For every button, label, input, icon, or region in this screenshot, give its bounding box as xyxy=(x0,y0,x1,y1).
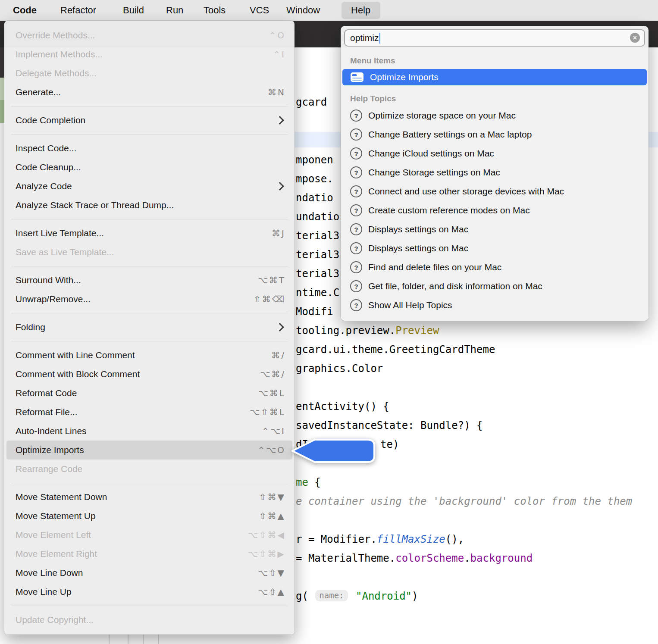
menu-item-shortcut: ⇧⌘▲ xyxy=(259,511,285,521)
menu-item-reformat-file[interactable]: Reformat File...⌥⇧⌘L xyxy=(6,403,292,422)
menu-item-reformat-code[interactable]: Reformat Code⌥⌘L xyxy=(6,384,292,403)
menu-item-shortcut: ⌃⌥I xyxy=(262,426,285,436)
help-topic-row-show-all[interactable]: ?Show All Help Topics xyxy=(341,296,649,315)
help-topic-label: Displays settings on Mac xyxy=(368,224,468,234)
menu-item-comment-block[interactable]: Comment with Block Comment⌥⌘/ xyxy=(6,365,292,384)
menu-item-inspect-code[interactable]: Inspect Code... xyxy=(6,139,292,158)
help-circle-icon: ? xyxy=(350,128,362,141)
menu-item-label: Move Statement Down xyxy=(16,492,259,502)
menu-item-label: Move Statement Up xyxy=(16,511,259,521)
menubar-item-tools[interactable]: Tools xyxy=(204,0,226,21)
menu-item-shortcut: ⇧⌘⌫ xyxy=(254,294,285,304)
menu-separator xyxy=(11,606,288,606)
menu-separator xyxy=(11,106,288,106)
help-circle-icon: ? xyxy=(350,109,362,122)
menu-item-label: Generate... xyxy=(16,87,268,97)
code-line: gcard xyxy=(296,96,327,109)
menu-item-shortcut: ⌘/ xyxy=(271,350,285,360)
clear-search-button[interactable]: × xyxy=(630,33,640,43)
help-topic-label: Displays settings on Mac xyxy=(368,243,468,253)
menubar-item-window[interactable]: Window xyxy=(286,0,320,21)
code-line: r = Modifier.fillMaxSize(), xyxy=(296,533,464,546)
help-topic-row[interactable]: ?Find and delete files on your Mac xyxy=(341,258,649,277)
menubar-item-code[interactable]: Code xyxy=(13,0,37,21)
menu-item-move-line-down[interactable]: Move Line Down⌥⇧▼ xyxy=(6,563,292,582)
help-topic-row[interactable]: ?Displays settings on Mac xyxy=(341,239,649,258)
help-topic-row[interactable]: ?Get file, folder, and disk information … xyxy=(341,277,649,296)
callout-arrow xyxy=(289,436,379,466)
menu-item-delegate-methods: Delegate Methods... xyxy=(6,64,292,83)
menubar-item-vcs[interactable]: VCS xyxy=(250,0,269,21)
menu-items-header: Menu Items xyxy=(341,56,649,66)
code-line: te) xyxy=(380,438,399,451)
help-circle-icon: ? xyxy=(350,299,362,311)
code-line: undatio xyxy=(296,210,339,223)
menu-item-shortcut: ⌥⇧▼ xyxy=(258,568,285,578)
code-line: gcard.ui.theme.GreetingCardTheme xyxy=(296,343,495,356)
help-topic-row[interactable]: ?Change iCloud settings on Mac xyxy=(341,144,649,163)
help-result-optimize-imports[interactable]: Optimize Imports xyxy=(342,69,647,85)
menu-item-move-line-up[interactable]: Move Line Up⌥⇧▲ xyxy=(6,582,292,601)
menu-item-surround-with[interactable]: Surround With...⌥⌘T xyxy=(6,271,292,290)
menu-item-generate[interactable]: Generate...⌘N xyxy=(6,83,292,102)
code-line: ntime.C xyxy=(296,286,339,299)
help-topics-header: Help Topics xyxy=(341,94,649,103)
menubar-item-refactor[interactable]: Refactor xyxy=(60,0,96,21)
help-topic-row[interactable]: ?Change Storage settings on Mac xyxy=(341,163,649,182)
editor-left-edge xyxy=(0,47,4,78)
code-line: tooling.preview.Preview xyxy=(296,324,439,337)
menu-item-shortcut: ⌥⌘L xyxy=(258,388,285,398)
help-topic-label: Change iCloud settings on Mac xyxy=(368,148,494,159)
editor-gutter-line xyxy=(158,635,159,644)
menu-item-label: Reformat Code xyxy=(16,388,258,398)
menu-item-label: Inspect Code... xyxy=(16,143,285,153)
code-line: g( name: "Android") xyxy=(296,590,418,603)
menu-item-label: Move Element Right xyxy=(16,549,248,559)
menu-item-unwrap-remove[interactable]: Unwrap/Remove...⇧⌘⌫ xyxy=(6,290,292,309)
submenu-chevron-icon xyxy=(276,116,284,125)
menubar-item-help[interactable]: Help xyxy=(351,0,370,21)
code-line: mponen xyxy=(296,153,333,166)
menu-item-label: Code Cleanup... xyxy=(16,162,285,172)
help-topic-row[interactable]: ?Displays settings on Mac xyxy=(341,220,649,239)
menu-item-move-statement-up[interactable]: Move Statement Up⇧⌘▲ xyxy=(6,506,292,525)
menu-item-shortcut: ⇧⌘▼ xyxy=(259,492,285,502)
help-circle-icon: ? xyxy=(350,147,362,159)
menu-item-shortcut: ⌃I xyxy=(273,49,285,59)
menu-item-label: Move Line Down xyxy=(16,568,258,578)
menu-item-auto-indent-lines[interactable]: Auto-Indent Lines⌃⌥I xyxy=(6,422,292,441)
menubar-item-build[interactable]: Build xyxy=(123,0,144,21)
code-line: graphics.Color xyxy=(296,362,383,375)
menu-item-code-completion[interactable]: Code Completion xyxy=(6,111,292,130)
menu-separator xyxy=(11,341,288,341)
help-search-input[interactable]: optimiz × xyxy=(344,29,645,47)
menu-item-label: Auto-Indent Lines xyxy=(16,426,262,436)
menu-item-analyze-stack-trace[interactable]: Analyze Stack Trace or Thread Dump... xyxy=(6,196,292,215)
code-line: Modifi xyxy=(296,305,333,318)
help-topic-label: Show All Help Topics xyxy=(368,300,452,310)
help-topic-row[interactable]: ?Create custom reference modes on Mac xyxy=(341,201,649,220)
menu-item-label: Save as Live Template... xyxy=(16,247,285,257)
menu-item-label: Code Completion xyxy=(16,115,277,125)
menu-item-insert-live-template[interactable]: Insert Live Template...⌘J xyxy=(6,224,292,243)
menu-item-shortcut: ⌃⌥O xyxy=(257,445,285,455)
menu-item-label: Optimize Imports xyxy=(16,445,257,455)
help-topic-row[interactable]: ?Connect and use other storage devices w… xyxy=(341,182,649,201)
menu-item-label: Update Copyright... xyxy=(16,615,285,625)
menu-separator xyxy=(11,266,288,266)
help-topic-row[interactable]: ?Change Battery settings on a Mac laptop xyxy=(341,125,649,144)
menu-item-rearrange-code: Rearrange Code xyxy=(6,460,292,478)
help-topic-row[interactable]: ?Optimize storage space on your Mac xyxy=(341,106,649,125)
menu-item-shortcut: ⌥⌘T xyxy=(258,275,285,285)
menu-item-shortcut: ⌃O xyxy=(269,30,286,41)
menu-item-code-cleanup[interactable]: Code Cleanup... xyxy=(6,158,292,177)
code-line: ndatio xyxy=(296,191,333,204)
menu-item-folding[interactable]: Folding xyxy=(6,318,292,337)
menu-item-move-statement-down[interactable]: Move Statement Down⇧⌘▼ xyxy=(6,488,292,506)
menu-item-comment-line[interactable]: Comment with Line Comment⌘/ xyxy=(6,346,292,365)
menubar-item-run[interactable]: Run xyxy=(166,0,183,21)
editor-gutter-line xyxy=(109,635,110,644)
menu-item-analyze-code[interactable]: Analyze Code xyxy=(6,177,292,196)
menu-item-optimize-imports[interactable]: Optimize Imports⌃⌥O xyxy=(6,441,292,460)
search-value: optimiz xyxy=(350,33,379,43)
